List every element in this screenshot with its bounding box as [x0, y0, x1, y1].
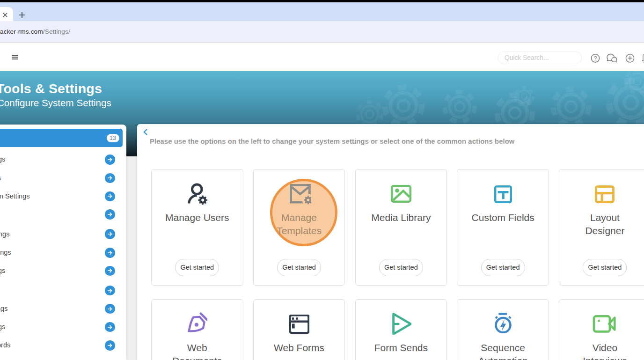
- svg-text:?: ?: [594, 55, 597, 62]
